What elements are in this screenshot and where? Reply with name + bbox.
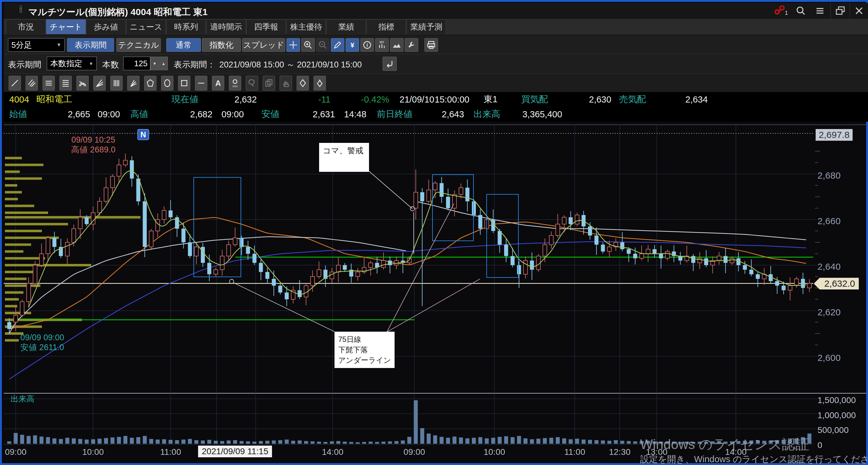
toolbar-button-4[interactable]: スプレッド <box>242 38 285 52</box>
draw-text-icon[interactable]: A <box>212 76 224 91</box>
quote-field: 3,365,400 <box>522 107 562 122</box>
draw-hlines-3-icon[interactable] <box>42 76 55 91</box>
restore-window-icon[interactable] <box>830 3 850 19</box>
draw-line-icon[interactable] <box>9 76 21 91</box>
period-label: 表示期間 <box>8 59 41 70</box>
quote-field: 2,682 <box>190 107 213 122</box>
toolbar-button-3[interactable]: 指数化 <box>202 38 241 52</box>
toolbar-button-1[interactable]: テクニカル <box>117 38 161 52</box>
draw-pentagon-icon[interactable] <box>144 76 156 91</box>
svg-text:icon: icon <box>232 85 238 88</box>
draw-icon-stamp-icon[interactable]: icon <box>229 76 241 91</box>
quote-field: 東1 <box>484 92 497 107</box>
count-step-down[interactable]: ▼ <box>150 57 159 70</box>
svg-text:A: A <box>215 79 221 88</box>
quote-field: 2,631 <box>313 107 335 122</box>
printer-icon[interactable] <box>425 38 438 52</box>
my-chart-icon[interactable]: MY <box>375 38 389 52</box>
tab-9[interactable]: 指標 <box>367 20 406 34</box>
draw-eraser-text-icon[interactable]: A <box>314 76 326 91</box>
tab-10[interactable]: 業績予測 <box>407 20 446 34</box>
quote-field: 15:00:00 <box>435 92 469 107</box>
pencil-icon[interactable] <box>331 38 344 52</box>
link-group-icon[interactable]: 1 <box>772 3 790 19</box>
yen-icon[interactable]: ¥ <box>346 38 359 52</box>
draw-fibonacci-arcs-icon[interactable] <box>76 76 89 91</box>
chart-toolbar: 5分足▼ 表示期間テクニカル通常指数化スプレッド ¥iMY <box>4 35 868 54</box>
quote-field: 14:48 <box>344 107 367 122</box>
quote-row-2: 始値2,66509:00高値2,68209:00安値2,63114:48前日終値… <box>4 107 868 122</box>
quote-field: 09:00 <box>221 107 244 122</box>
range-label: 表示期間： <box>174 59 215 70</box>
quote-field: 買気配 <box>521 92 548 107</box>
draw-eraser-icon[interactable] <box>297 76 309 91</box>
period-toolbar: 表示期間 本数指定▼ 本数 125 ▼ ▲ 表示期間： 2021/09/08 1… <box>4 54 868 74</box>
tab-0[interactable]: 市況 <box>6 20 45 34</box>
tab-1[interactable]: チャート <box>46 20 86 34</box>
quote-field: 昭和電工 <box>36 92 72 107</box>
quote-field: 安値 <box>261 107 279 122</box>
period-mode-select[interactable]: 本数指定▼ <box>47 57 97 70</box>
quote-field: 始値 <box>9 107 27 122</box>
quote-field: 09:00 <box>98 107 120 122</box>
interval-select[interactable]: 5分足▼ <box>8 38 65 52</box>
title-bar[interactable]: ⣿⣿ マルチツール(個別銘柄) 4004 昭和電工 東1 1 <box>4 3 868 19</box>
quote-field: 現在値 <box>172 92 198 107</box>
tab-5[interactable]: 適時開示 <box>206 20 246 34</box>
toolbar-button-0[interactable]: 表示期間 <box>67 38 114 52</box>
close-icon[interactable] <box>849 3 868 19</box>
svg-text:A: A <box>318 79 321 83</box>
quote-field: 2,632 <box>235 92 257 107</box>
quote-field: 4004 <box>9 92 29 107</box>
zoom-out-icon[interactable] <box>316 38 330 52</box>
svg-text:MY: MY <box>380 41 384 44</box>
draw-hand-icon[interactable] <box>280 76 292 91</box>
quote-row-1: 4004昭和電工現在値2,632-11-0.42%21/09/1015:00:0… <box>4 92 868 107</box>
mountain-icon[interactable] <box>390 38 404 52</box>
draw-pitchfork-icon[interactable] <box>127 76 140 91</box>
draw-ellipse-icon[interactable] <box>161 76 174 91</box>
count-label: 本数 <box>102 59 119 70</box>
tab-7[interactable]: 株主優待 <box>286 20 326 34</box>
count-input[interactable]: 125 <box>123 57 150 70</box>
count-step-up[interactable]: ▲ <box>159 57 168 70</box>
tab-bar: 市況チャート歩み値ニュース時系列適時開示四季報株主優待業績指標業績予測 <box>4 19 868 35</box>
draw-fan-lines-icon[interactable] <box>93 76 106 91</box>
drag-grip-icon[interactable]: ⣿⣿ <box>19 6 24 16</box>
draw-parallel-icon[interactable] <box>26 76 38 91</box>
draw-hlines-4-icon[interactable] <box>59 76 72 91</box>
crosshair-icon[interactable] <box>286 38 300 52</box>
search-icon[interactable] <box>792 3 809 19</box>
link-group-number: 1 <box>785 10 788 16</box>
draw-rectangle-icon[interactable] <box>178 76 190 91</box>
draw-balloon-icon[interactable] <box>246 76 258 91</box>
tab-6[interactable]: 四季報 <box>246 20 286 34</box>
wrench-icon[interactable] <box>405 38 418 52</box>
quote-field: 21/09/10 <box>400 92 434 107</box>
window-title: マルチツール(個別銘柄) 4004 昭和電工 東1 <box>28 6 208 19</box>
info-icon[interactable]: i <box>361 38 374 52</box>
quote-field: 2,634 <box>685 92 708 107</box>
quote-field: -0.42% <box>361 92 389 107</box>
drawing-toolbar: AiconA <box>4 73 868 92</box>
quote-field: 出来高 <box>473 107 500 122</box>
quote-field: 2,630 <box>589 92 612 107</box>
range-value: 2021/09/08 15:00 ～ 2021/09/10 15:00 <box>219 59 362 70</box>
tab-4[interactable]: 時系列 <box>166 20 206 34</box>
menu-icon[interactable] <box>811 3 829 19</box>
draw-hline-icon[interactable] <box>195 76 207 91</box>
draw-vlines-icon[interactable] <box>110 76 123 91</box>
quote-field: 2,665 <box>68 107 90 122</box>
toolbar-button-2[interactable]: 通常 <box>166 38 201 52</box>
tab-8[interactable]: 業績 <box>327 20 366 34</box>
quote-field: 高値 <box>130 107 148 122</box>
quote-field: -11 <box>318 92 331 107</box>
reset-period-icon[interactable] <box>382 57 397 71</box>
draw-copy-icon[interactable] <box>263 76 275 91</box>
quote-field: 前日終値 <box>377 107 412 122</box>
svg-text:¥: ¥ <box>350 41 354 49</box>
zoom-in-icon[interactable] <box>301 38 315 52</box>
tab-3[interactable]: ニュース <box>126 20 166 34</box>
svg-text:i: i <box>367 42 368 48</box>
tab-2[interactable]: 歩み値 <box>86 20 126 34</box>
